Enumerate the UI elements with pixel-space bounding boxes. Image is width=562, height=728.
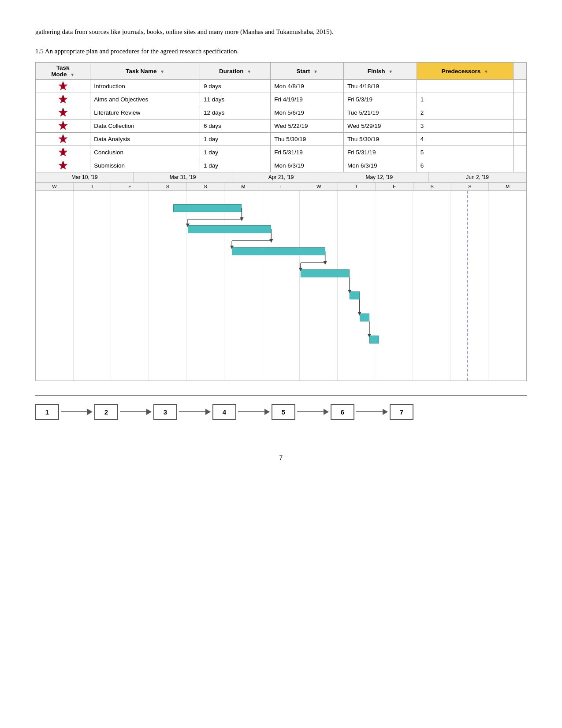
task-start-cell: Mon 6/3/19 <box>271 159 344 172</box>
col-predecessors: Predecessors ▼ <box>417 63 513 80</box>
task-pred-cell: 1 <box>417 93 513 106</box>
flow-arrow <box>238 409 270 415</box>
task-pred-cell: 2 <box>417 106 513 119</box>
table-row: Data Collection 6 days Wed 5/22/19 Wed 5… <box>36 119 527 133</box>
col-extra <box>513 63 526 80</box>
arrow-head <box>383 409 388 415</box>
gantt-day: M <box>224 183 262 190</box>
task-icon-cell <box>36 93 90 106</box>
gantt-day: T <box>338 183 376 190</box>
task-icon-cell <box>36 119 90 133</box>
flow-arrow <box>120 409 152 415</box>
task-finish-cell: Thu 4/18/19 <box>344 80 417 93</box>
flow-box: 7 <box>390 404 413 420</box>
arrow-line <box>61 411 87 412</box>
gantt-period: Jun 2, '19 <box>428 172 526 182</box>
gantt-arrows-svg <box>36 191 526 381</box>
gantt-day: S <box>149 183 187 190</box>
task-duration-cell: 9 days <box>200 80 271 93</box>
task-finish-cell: Tue 5/21/19 <box>344 106 417 119</box>
task-pred-cell <box>417 80 513 93</box>
task-finish-cell: Thu 5/30/19 <box>344 133 417 146</box>
table-row: Submission 1 day Mon 6/3/19 Mon 6/3/19 6 <box>36 159 527 172</box>
task-duration-cell: 1 day <box>200 159 271 172</box>
gantt-bar <box>369 336 379 343</box>
gantt-period: Apr 21, '19 <box>232 172 331 182</box>
task-finish-cell: Mon 6/3/19 <box>344 159 417 172</box>
task-icon-cell <box>36 159 90 172</box>
gantt-day: F <box>376 183 413 190</box>
task-icon-cell <box>36 146 90 159</box>
col-task-name: Task Name ▼ <box>90 63 200 80</box>
task-duration-cell: 1 day <box>200 146 271 159</box>
arrow-line <box>238 411 264 412</box>
flow-arrow <box>297 409 329 415</box>
task-name-cell: Aims and Objectives <box>90 93 200 106</box>
col-task-mode: TaskMode ▼ <box>36 63 90 80</box>
table-row: Data Analysis 1 day Thu 5/30/19 Thu 5/30… <box>36 133 527 146</box>
table-row: Conclusion 1 day Fri 5/31/19 Fri 5/31/19… <box>36 146 527 159</box>
table-row: Introduction 9 days Mon 4/8/19 Thu 4/18/… <box>36 80 527 93</box>
col-finish: Finish ▼ <box>344 63 417 80</box>
arrow-head <box>264 409 270 415</box>
task-extra-cell <box>513 146 526 159</box>
task-name-cell: Literature Review <box>90 106 200 119</box>
flow-box: 1 <box>35 404 59 420</box>
intro-paragraph: gathering data from sources like journal… <box>35 26 527 37</box>
task-extra-cell <box>513 133 526 146</box>
task-name-cell: Data Analysis <box>90 133 200 146</box>
flow-arrow <box>61 409 93 415</box>
gantt-body <box>36 191 526 381</box>
task-duration-cell: 6 days <box>200 119 271 133</box>
arrow-line <box>297 411 324 412</box>
flow-box: 3 <box>153 404 177 420</box>
table-row: Literature Review 12 days Mon 5/6/19 Tue… <box>36 106 527 119</box>
task-start-cell: Mon 4/8/19 <box>271 80 344 93</box>
flow-box: 2 <box>94 404 118 420</box>
task-finish-cell: Fri 5/31/19 <box>344 146 417 159</box>
flow-arrow <box>179 409 211 415</box>
task-table: TaskMode ▼ Task Name ▼ Duration ▼ Start … <box>35 62 527 172</box>
table-row: Aims and Objectives 11 days Fri 4/19/19 … <box>36 93 527 106</box>
gantt-day: S <box>187 183 225 190</box>
gantt-dashed-line <box>467 191 468 381</box>
task-start-cell: Fri 5/31/19 <box>271 146 344 159</box>
task-finish-cell: Wed 5/29/19 <box>344 119 417 133</box>
gantt-period: May 12, '19 <box>330 172 428 182</box>
task-extra-cell <box>513 80 526 93</box>
gantt-bar <box>360 314 369 321</box>
task-pred-cell: 3 <box>417 119 513 133</box>
task-pred-cell: 5 <box>417 146 513 159</box>
gantt-period: Mar 10, '19 <box>36 172 134 182</box>
task-extra-cell <box>513 159 526 172</box>
gantt-bar <box>350 291 359 299</box>
gantt-day: F <box>111 183 149 190</box>
gantt-day: S <box>451 183 489 190</box>
section-title: 1.5 An appropriate plan and procedures f… <box>35 48 527 55</box>
gantt-bar <box>173 204 242 212</box>
flow-box: 5 <box>272 404 295 420</box>
col-start: Start ▼ <box>271 63 344 80</box>
arrow-line <box>120 411 146 412</box>
arrow-head <box>205 409 211 415</box>
arrow-head <box>324 409 329 415</box>
gantt-day: T <box>262 183 300 190</box>
task-name-cell: Introduction <box>90 80 200 93</box>
task-start-cell: Fri 4/19/19 <box>271 93 344 106</box>
task-start-cell: Mon 5/6/19 <box>271 106 344 119</box>
arrow-head <box>87 409 93 415</box>
gantt-day: S <box>413 183 451 190</box>
task-duration-cell: 1 day <box>200 133 271 146</box>
gantt-bar <box>232 247 325 255</box>
arrow-line <box>179 411 205 412</box>
flow-arrow <box>356 409 388 415</box>
flow-diagram: 1234567 <box>35 395 527 428</box>
page-number: 7 <box>35 454 527 461</box>
gantt-day: W <box>300 183 338 190</box>
task-extra-cell <box>513 106 526 119</box>
task-extra-cell <box>513 119 526 133</box>
table-header-row: TaskMode ▼ Task Name ▼ Duration ▼ Start … <box>36 63 527 80</box>
flow-box: 6 <box>331 404 354 420</box>
gantt-day: W <box>36 183 74 190</box>
task-finish-cell: Fri 5/3/19 <box>344 93 417 106</box>
